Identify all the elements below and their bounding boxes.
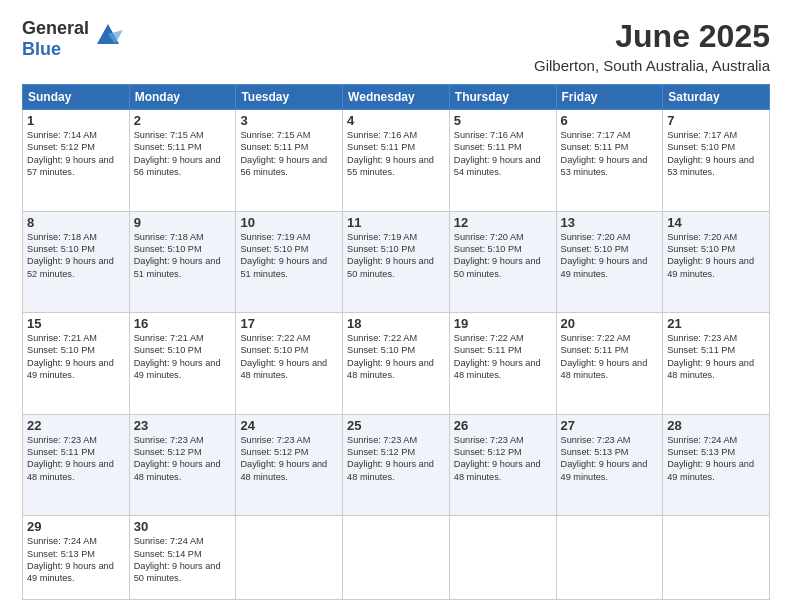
day-info: Sunrise: 7:20 AMSunset: 5:10 PMDaylight:… [454, 231, 552, 281]
table-row: 20Sunrise: 7:22 AMSunset: 5:11 PMDayligh… [556, 313, 663, 415]
calendar-header-row: Sunday Monday Tuesday Wednesday Thursday… [23, 85, 770, 110]
table-row: 29Sunrise: 7:24 AMSunset: 5:13 PMDayligh… [23, 516, 130, 600]
day-number: 15 [27, 316, 125, 331]
table-row: 27Sunrise: 7:23 AMSunset: 5:13 PMDayligh… [556, 414, 663, 516]
table-row: 5Sunrise: 7:16 AMSunset: 5:11 PMDaylight… [449, 110, 556, 212]
table-row: 24Sunrise: 7:23 AMSunset: 5:12 PMDayligh… [236, 414, 343, 516]
table-row: 23Sunrise: 7:23 AMSunset: 5:12 PMDayligh… [129, 414, 236, 516]
table-row [236, 516, 343, 600]
location-title: Gilberton, South Australia, Australia [534, 57, 770, 74]
day-info: Sunrise: 7:18 AMSunset: 5:10 PMDaylight:… [27, 231, 125, 281]
page: General Blue June 2025 Gilberton, South … [0, 0, 792, 612]
day-number: 19 [454, 316, 552, 331]
day-number: 23 [134, 418, 232, 433]
day-number: 3 [240, 113, 338, 128]
table-row: 21Sunrise: 7:23 AMSunset: 5:11 PMDayligh… [663, 313, 770, 415]
day-number: 16 [134, 316, 232, 331]
table-row [663, 516, 770, 600]
table-row [449, 516, 556, 600]
table-row: 19Sunrise: 7:22 AMSunset: 5:11 PMDayligh… [449, 313, 556, 415]
day-number: 13 [561, 215, 659, 230]
day-info: Sunrise: 7:23 AMSunset: 5:12 PMDaylight:… [134, 434, 232, 484]
day-number: 7 [667, 113, 765, 128]
day-number: 28 [667, 418, 765, 433]
table-row: 30Sunrise: 7:24 AMSunset: 5:14 PMDayligh… [129, 516, 236, 600]
day-info: Sunrise: 7:20 AMSunset: 5:10 PMDaylight:… [667, 231, 765, 281]
day-number: 27 [561, 418, 659, 433]
day-info: Sunrise: 7:24 AMSunset: 5:14 PMDaylight:… [134, 535, 232, 585]
logo-general: General [22, 18, 89, 38]
day-number: 18 [347, 316, 445, 331]
table-row: 9Sunrise: 7:18 AMSunset: 5:10 PMDaylight… [129, 211, 236, 313]
col-tuesday: Tuesday [236, 85, 343, 110]
day-number: 29 [27, 519, 125, 534]
day-number: 25 [347, 418, 445, 433]
day-number: 9 [134, 215, 232, 230]
day-info: Sunrise: 7:16 AMSunset: 5:11 PMDaylight:… [454, 129, 552, 179]
day-info: Sunrise: 7:22 AMSunset: 5:10 PMDaylight:… [347, 332, 445, 382]
calendar-row: 15Sunrise: 7:21 AMSunset: 5:10 PMDayligh… [23, 313, 770, 415]
day-number: 2 [134, 113, 232, 128]
col-monday: Monday [129, 85, 236, 110]
table-row [556, 516, 663, 600]
logo-blue: Blue [22, 39, 61, 59]
table-row: 15Sunrise: 7:21 AMSunset: 5:10 PMDayligh… [23, 313, 130, 415]
table-row [343, 516, 450, 600]
day-number: 22 [27, 418, 125, 433]
table-row: 3Sunrise: 7:15 AMSunset: 5:11 PMDaylight… [236, 110, 343, 212]
day-number: 20 [561, 316, 659, 331]
table-row: 11Sunrise: 7:19 AMSunset: 5:10 PMDayligh… [343, 211, 450, 313]
day-info: Sunrise: 7:24 AMSunset: 5:13 PMDaylight:… [27, 535, 125, 585]
table-row: 10Sunrise: 7:19 AMSunset: 5:10 PMDayligh… [236, 211, 343, 313]
day-info: Sunrise: 7:23 AMSunset: 5:12 PMDaylight:… [454, 434, 552, 484]
col-sunday: Sunday [23, 85, 130, 110]
day-info: Sunrise: 7:18 AMSunset: 5:10 PMDaylight:… [134, 231, 232, 281]
month-title: June 2025 [534, 18, 770, 55]
col-wednesday: Wednesday [343, 85, 450, 110]
day-info: Sunrise: 7:14 AMSunset: 5:12 PMDaylight:… [27, 129, 125, 179]
day-number: 10 [240, 215, 338, 230]
day-info: Sunrise: 7:15 AMSunset: 5:11 PMDaylight:… [240, 129, 338, 179]
day-info: Sunrise: 7:16 AMSunset: 5:11 PMDaylight:… [347, 129, 445, 179]
table-row: 26Sunrise: 7:23 AMSunset: 5:12 PMDayligh… [449, 414, 556, 516]
table-row: 28Sunrise: 7:24 AMSunset: 5:13 PMDayligh… [663, 414, 770, 516]
day-info: Sunrise: 7:22 AMSunset: 5:11 PMDaylight:… [454, 332, 552, 382]
day-info: Sunrise: 7:24 AMSunset: 5:13 PMDaylight:… [667, 434, 765, 484]
day-info: Sunrise: 7:23 AMSunset: 5:13 PMDaylight:… [561, 434, 659, 484]
logo: General Blue [22, 18, 123, 59]
day-info: Sunrise: 7:23 AMSunset: 5:11 PMDaylight:… [667, 332, 765, 382]
day-info: Sunrise: 7:19 AMSunset: 5:10 PMDaylight:… [347, 231, 445, 281]
col-thursday: Thursday [449, 85, 556, 110]
day-info: Sunrise: 7:17 AMSunset: 5:11 PMDaylight:… [561, 129, 659, 179]
day-info: Sunrise: 7:23 AMSunset: 5:11 PMDaylight:… [27, 434, 125, 484]
calendar-row: 22Sunrise: 7:23 AMSunset: 5:11 PMDayligh… [23, 414, 770, 516]
day-info: Sunrise: 7:22 AMSunset: 5:11 PMDaylight:… [561, 332, 659, 382]
day-number: 21 [667, 316, 765, 331]
day-info: Sunrise: 7:23 AMSunset: 5:12 PMDaylight:… [240, 434, 338, 484]
day-number: 26 [454, 418, 552, 433]
day-number: 1 [27, 113, 125, 128]
logo-icon [93, 20, 123, 52]
table-row: 22Sunrise: 7:23 AMSunset: 5:11 PMDayligh… [23, 414, 130, 516]
table-row: 25Sunrise: 7:23 AMSunset: 5:12 PMDayligh… [343, 414, 450, 516]
day-info: Sunrise: 7:20 AMSunset: 5:10 PMDaylight:… [561, 231, 659, 281]
day-info: Sunrise: 7:15 AMSunset: 5:11 PMDaylight:… [134, 129, 232, 179]
title-block: June 2025 Gilberton, South Australia, Au… [534, 18, 770, 74]
day-info: Sunrise: 7:17 AMSunset: 5:10 PMDaylight:… [667, 129, 765, 179]
day-info: Sunrise: 7:23 AMSunset: 5:12 PMDaylight:… [347, 434, 445, 484]
table-row: 1Sunrise: 7:14 AMSunset: 5:12 PMDaylight… [23, 110, 130, 212]
calendar-row: 8Sunrise: 7:18 AMSunset: 5:10 PMDaylight… [23, 211, 770, 313]
day-number: 12 [454, 215, 552, 230]
day-number: 11 [347, 215, 445, 230]
header: General Blue June 2025 Gilberton, South … [22, 18, 770, 74]
day-number: 5 [454, 113, 552, 128]
logo-text: General Blue [22, 18, 123, 59]
day-info: Sunrise: 7:21 AMSunset: 5:10 PMDaylight:… [27, 332, 125, 382]
table-row: 18Sunrise: 7:22 AMSunset: 5:10 PMDayligh… [343, 313, 450, 415]
day-number: 24 [240, 418, 338, 433]
table-row: 17Sunrise: 7:22 AMSunset: 5:10 PMDayligh… [236, 313, 343, 415]
calendar-row: 1Sunrise: 7:14 AMSunset: 5:12 PMDaylight… [23, 110, 770, 212]
day-number: 17 [240, 316, 338, 331]
day-info: Sunrise: 7:22 AMSunset: 5:10 PMDaylight:… [240, 332, 338, 382]
table-row: 4Sunrise: 7:16 AMSunset: 5:11 PMDaylight… [343, 110, 450, 212]
